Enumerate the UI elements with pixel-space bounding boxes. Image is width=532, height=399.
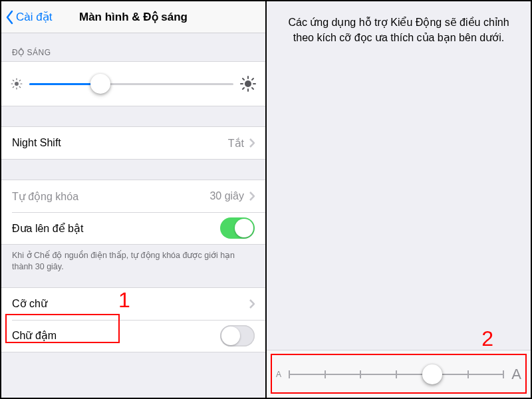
text-size-slider[interactable] xyxy=(289,363,503,386)
svg-point-9 xyxy=(245,80,251,87)
chevron-right-icon xyxy=(249,138,255,148)
text-size-row[interactable]: Cỡ chữ xyxy=(1,288,265,320)
svg-line-8 xyxy=(19,80,20,80)
text-size-panel: Các ứng dụng hỗ trợ Kiểu Động sẽ điều ch… xyxy=(267,1,531,398)
sun-small-icon xyxy=(11,78,23,90)
text-size-slider-area: A A xyxy=(267,350,531,398)
text-size-thumb[interactable] xyxy=(422,364,442,384)
back-label: Cài đặt xyxy=(16,10,52,24)
bold-text-label: Chữ đậm xyxy=(12,329,57,342)
small-a-icon: A xyxy=(276,370,281,379)
display-settings-panel: Cài đặt Màn hình & Độ sáng ĐỘ SÁNG xyxy=(1,1,267,398)
chevron-left-icon xyxy=(5,9,15,25)
brightness-thumb[interactable] xyxy=(90,74,110,94)
svg-point-0 xyxy=(15,82,19,86)
brightness-slider[interactable] xyxy=(29,83,233,85)
bold-text-toggle[interactable] xyxy=(220,325,255,346)
big-a-icon: A xyxy=(511,366,521,383)
auto-lock-label: Tự động khóa xyxy=(12,190,78,203)
night-shift-row[interactable]: Night Shift Tắt xyxy=(1,127,265,159)
auto-lock-value: 30 giây xyxy=(209,190,244,202)
chevron-right-icon xyxy=(249,299,255,309)
auto-lock-row[interactable]: Tự động khóa 30 giây xyxy=(1,180,265,212)
back-button[interactable]: Cài đặt xyxy=(5,9,52,25)
raise-to-wake-toggle[interactable] xyxy=(220,217,255,239)
brightness-slider-row xyxy=(1,62,265,106)
callout-number-2: 2 xyxy=(481,327,493,351)
svg-line-14 xyxy=(243,78,244,80)
brightness-header: ĐỘ SÁNG xyxy=(1,33,265,61)
chevron-right-icon xyxy=(249,192,255,201)
night-shift-label: Night Shift xyxy=(12,137,61,149)
raise-to-wake-row: Đưa lên để bật xyxy=(1,212,265,244)
svg-line-16 xyxy=(243,88,244,89)
auto-lock-note: Khi ở Chế độ nguồn điện thấp, tự động kh… xyxy=(1,245,265,275)
text-size-label: Cỡ chữ xyxy=(12,297,47,310)
sun-large-icon xyxy=(240,76,256,92)
raise-to-wake-label: Đưa lên để bật xyxy=(12,222,83,235)
night-shift-value: Tắt xyxy=(228,137,244,150)
svg-line-6 xyxy=(19,86,20,87)
text-size-description: Các ứng dụng hỗ trợ Kiểu Động sẽ điều ch… xyxy=(267,1,531,45)
bold-text-row: Chữ đậm xyxy=(1,320,265,352)
svg-line-7 xyxy=(13,86,13,87)
svg-line-17 xyxy=(252,78,253,80)
svg-line-5 xyxy=(13,80,13,80)
nav-bar: Cài đặt Màn hình & Độ sáng xyxy=(1,1,265,33)
svg-line-15 xyxy=(252,88,253,89)
